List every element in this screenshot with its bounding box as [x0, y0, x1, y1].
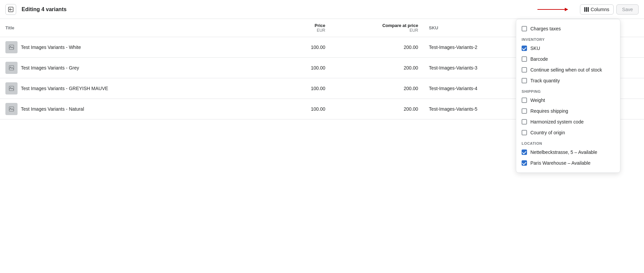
columns-button[interactable]: Columns	[580, 4, 614, 15]
sku-checkbox[interactable]	[522, 46, 527, 51]
col-price: Price EUR	[255, 19, 331, 37]
location-section-header: LOCATION	[516, 138, 620, 147]
nettelbeckstrasse-checkbox[interactable]	[522, 149, 527, 155]
harmonized-code-row[interactable]: Harmonized system code	[516, 116, 620, 127]
cell-compare-price: 200.00	[331, 99, 423, 119]
back-button[interactable]	[5, 4, 16, 15]
track-quantity-label: Track quantity	[530, 78, 560, 83]
track-quantity-checkbox[interactable]	[522, 78, 527, 83]
paris-warehouse-checkbox[interactable]	[522, 160, 527, 166]
requires-shipping-label: Requires shipping	[530, 108, 568, 114]
col-title: Title	[0, 19, 255, 37]
variant-title: Test Images Variants - White	[21, 45, 81, 50]
cell-price: 100.00	[255, 37, 331, 58]
cell-compare-price: 200.00	[331, 58, 423, 78]
continue-selling-checkbox[interactable]	[522, 67, 527, 73]
nettelbeckstrasse-container: Nettelbeckstrasse, 5 – Available	[516, 147, 620, 158]
country-origin-checkbox[interactable]	[522, 130, 527, 135]
barcode-label: Barcode	[530, 56, 548, 62]
charges-taxes-row[interactable]: Charges taxes	[516, 23, 620, 34]
continue-selling-row[interactable]: Continue selling when out of stock	[516, 64, 620, 75]
barcode-checkbox[interactable]	[522, 56, 527, 62]
col-compare-label: Compare at price	[336, 23, 418, 28]
top-bar-actions: Columns Save	[580, 4, 639, 15]
cell-price: 100.00	[255, 78, 331, 99]
barcode-row[interactable]: Barcode	[516, 54, 620, 64]
sku-label: SKU	[530, 46, 540, 51]
paris-warehouse-label: Paris Warehouse – Available	[530, 160, 590, 166]
cell-price: 100.00	[255, 99, 331, 119]
variant-title: Test Images Variants - Grey	[21, 65, 79, 71]
harmonized-code-checkbox[interactable]	[522, 119, 527, 125]
col-price-label: Price	[261, 23, 325, 28]
cell-title: Test Images Variants - Grey	[0, 58, 255, 78]
weight-checkbox[interactable]	[522, 98, 527, 103]
cell-compare-price: 200.00	[331, 37, 423, 58]
cell-title: Test Images Variants - Natural	[0, 99, 255, 119]
continue-selling-label: Continue selling when out of stock	[530, 67, 602, 73]
sku-row[interactable]: SKU	[516, 43, 620, 54]
paris-warehouse-row[interactable]: Paris Warehouse – Available	[516, 158, 620, 168]
columns-icon	[584, 7, 589, 12]
columns-label: Columns	[591, 7, 609, 12]
harmonized-code-label: Harmonized system code	[530, 119, 584, 125]
variant-title: Test Images Variants - Natural	[21, 106, 84, 112]
country-origin-row[interactable]: Country of origin	[516, 127, 620, 138]
col-title-label: Title	[5, 25, 14, 30]
variant-image	[5, 62, 18, 74]
nettelbeckstrasse-label: Nettelbeckstrasse, 5 – Available	[530, 149, 597, 155]
nettelbeckstrasse-row[interactable]: Nettelbeckstrasse, 5 – Available	[516, 147, 620, 158]
variant-title: Test Images Variants - GREYISH MAUVE	[21, 86, 108, 91]
col-sku-label: SKU	[429, 25, 438, 30]
shipping-section-header: SHIPPING	[516, 86, 620, 95]
cell-title: Test Images Variants - White	[0, 37, 255, 58]
requires-shipping-checkbox[interactable]	[522, 108, 527, 114]
cell-price: 100.00	[255, 58, 331, 78]
dropdown-inner: Charges taxes INVENTORY SKU Barcode Cont…	[516, 19, 620, 172]
weight-row[interactable]: Weight	[516, 95, 620, 106]
inventory-section-header: INVENTORY	[516, 34, 620, 43]
main-content: Title Price EUR Compare at price EUR	[0, 19, 644, 273]
cell-title: Test Images Variants - GREYISH MAUVE	[0, 78, 255, 99]
page-title: Editing 4 variants	[22, 6, 575, 12]
variant-image	[5, 82, 18, 94]
country-origin-label: Country of origin	[530, 130, 565, 135]
variant-image	[5, 41, 18, 53]
columns-dropdown: Charges taxes INVENTORY SKU Barcode Cont…	[516, 19, 620, 173]
charges-taxes-checkbox[interactable]	[522, 26, 527, 31]
weight-label: Weight	[530, 98, 545, 103]
top-bar: Editing 4 variants Columns Save	[0, 0, 644, 19]
variant-image	[5, 103, 18, 115]
col-price-currency: EUR	[261, 28, 325, 33]
cell-compare-price: 200.00	[331, 78, 423, 99]
col-compare-price: Compare at price EUR	[331, 19, 423, 37]
requires-shipping-row[interactable]: Requires shipping	[516, 106, 620, 116]
track-quantity-row[interactable]: Track quantity	[516, 75, 620, 86]
save-button[interactable]: Save	[616, 4, 639, 15]
col-compare-currency: EUR	[336, 28, 418, 33]
charges-taxes-label: Charges taxes	[530, 26, 561, 31]
